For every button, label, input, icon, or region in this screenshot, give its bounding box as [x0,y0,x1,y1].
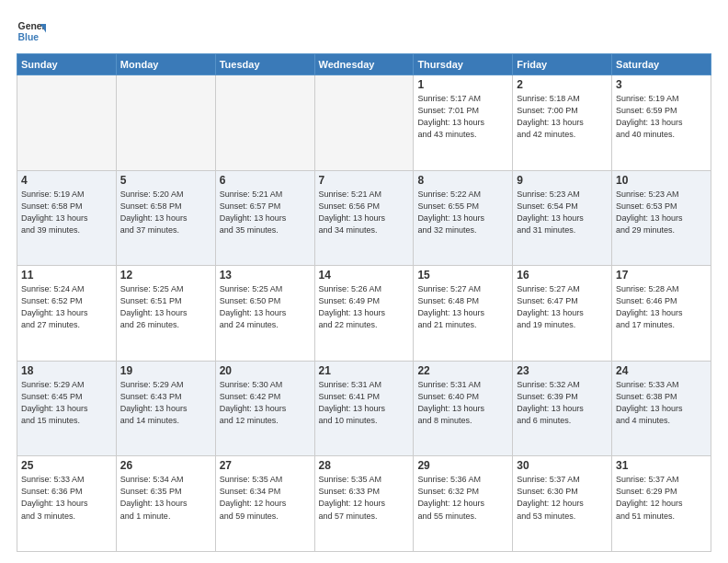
day-info: Sunrise: 5:17 AM Sunset: 7:01 PM Dayligh… [417,93,508,141]
calendar: SundayMondayTuesdayWednesdayThursdayFrid… [17,53,711,552]
day-info: Sunrise: 5:29 AM Sunset: 6:43 PM Dayligh… [120,379,211,427]
day-cell: 24Sunrise: 5:33 AM Sunset: 6:38 PM Dayli… [612,361,711,456]
day-info: Sunrise: 5:20 AM Sunset: 6:58 PM Dayligh… [120,189,211,236]
weekday-header-friday: Friday [513,54,612,75]
day-number: 10 [616,174,707,187]
logo: General Blue [17,17,50,46]
day-cell: 18Sunrise: 5:29 AM Sunset: 6:45 PM Dayli… [17,361,117,456]
day-info: Sunrise: 5:32 AM Sunset: 6:39 PM Dayligh… [517,379,608,427]
day-number: 16 [517,269,608,282]
day-cell: 31Sunrise: 5:37 AM Sunset: 6:29 PM Dayli… [612,456,711,552]
day-number: 19 [120,364,211,377]
day-number: 18 [21,364,112,377]
day-info: Sunrise: 5:30 AM Sunset: 6:42 PM Dayligh… [220,379,311,427]
day-cell [314,75,414,171]
day-info: Sunrise: 5:18 AM Sunset: 7:00 PM Dayligh… [517,93,608,141]
day-number: 24 [616,364,707,377]
day-info: Sunrise: 5:23 AM Sunset: 6:54 PM Dayligh… [517,189,608,236]
day-cell: 11Sunrise: 5:24 AM Sunset: 6:52 PM Dayli… [17,266,117,362]
day-cell [215,75,314,171]
day-cell [116,75,215,171]
day-info: Sunrise: 5:22 AM Sunset: 6:55 PM Dayligh… [417,189,508,236]
day-cell: 23Sunrise: 5:32 AM Sunset: 6:39 PM Dayli… [513,361,612,456]
day-cell: 25Sunrise: 5:33 AM Sunset: 6:36 PM Dayli… [17,456,117,552]
day-number: 25 [21,459,112,472]
day-cell: 22Sunrise: 5:31 AM Sunset: 6:40 PM Dayli… [414,361,513,456]
day-info: Sunrise: 5:34 AM Sunset: 6:35 PM Dayligh… [120,474,211,522]
day-info: Sunrise: 5:31 AM Sunset: 6:41 PM Dayligh… [319,379,410,427]
weekday-header-tuesday: Tuesday [215,54,314,75]
day-cell: 26Sunrise: 5:34 AM Sunset: 6:35 PM Dayli… [116,456,215,552]
day-info: Sunrise: 5:33 AM Sunset: 6:36 PM Dayligh… [21,474,112,522]
day-number: 11 [21,269,112,282]
day-number: 29 [417,459,508,472]
day-cell: 1Sunrise: 5:17 AM Sunset: 7:01 PM Daylig… [414,75,513,171]
day-number: 7 [319,174,410,187]
day-info: Sunrise: 5:19 AM Sunset: 6:59 PM Dayligh… [616,93,707,141]
weekday-header-monday: Monday [116,54,215,75]
day-info: Sunrise: 5:25 AM Sunset: 6:50 PM Dayligh… [220,283,311,331]
weekday-header-thursday: Thursday [414,54,513,75]
weekday-header-sunday: Sunday [17,54,117,75]
day-cell: 7Sunrise: 5:21 AM Sunset: 6:56 PM Daylig… [314,170,414,266]
day-cell: 27Sunrise: 5:35 AM Sunset: 6:34 PM Dayli… [215,456,314,552]
day-number: 26 [120,459,211,472]
day-cell: 5Sunrise: 5:20 AM Sunset: 6:58 PM Daylig… [116,170,215,266]
day-info: Sunrise: 5:24 AM Sunset: 6:52 PM Dayligh… [21,283,112,331]
day-info: Sunrise: 5:19 AM Sunset: 6:58 PM Dayligh… [21,189,112,236]
day-info: Sunrise: 5:29 AM Sunset: 6:45 PM Dayligh… [21,379,112,427]
day-cell: 15Sunrise: 5:27 AM Sunset: 6:48 PM Dayli… [414,266,513,362]
day-cell: 21Sunrise: 5:31 AM Sunset: 6:41 PM Dayli… [314,361,414,456]
day-cell: 12Sunrise: 5:25 AM Sunset: 6:51 PM Dayli… [116,266,215,362]
day-info: Sunrise: 5:37 AM Sunset: 6:29 PM Dayligh… [616,474,707,522]
week-row-1: 1Sunrise: 5:17 AM Sunset: 7:01 PM Daylig… [17,75,711,171]
day-cell: 30Sunrise: 5:37 AM Sunset: 6:30 PM Dayli… [513,456,612,552]
day-number: 14 [319,269,410,282]
day-info: Sunrise: 5:21 AM Sunset: 6:56 PM Dayligh… [319,189,410,236]
day-info: Sunrise: 5:27 AM Sunset: 6:48 PM Dayligh… [417,283,508,331]
day-number: 8 [417,174,508,187]
page: General Blue SundayMondayTuesdayWednesda… [0,0,728,563]
day-cell: 20Sunrise: 5:30 AM Sunset: 6:42 PM Dayli… [215,361,314,456]
day-cell: 2Sunrise: 5:18 AM Sunset: 7:00 PM Daylig… [513,75,612,171]
day-number: 20 [220,364,311,377]
day-info: Sunrise: 5:31 AM Sunset: 6:40 PM Dayligh… [417,379,508,427]
day-cell [17,75,117,171]
day-cell: 19Sunrise: 5:29 AM Sunset: 6:43 PM Dayli… [116,361,215,456]
day-cell: 14Sunrise: 5:26 AM Sunset: 6:49 PM Dayli… [314,266,414,362]
day-number: 6 [220,174,311,187]
day-number: 30 [517,459,608,472]
week-row-5: 25Sunrise: 5:33 AM Sunset: 6:36 PM Dayli… [17,456,711,552]
day-cell: 28Sunrise: 5:35 AM Sunset: 6:33 PM Dayli… [314,456,414,552]
day-number: 15 [417,269,508,282]
day-number: 4 [21,174,112,187]
day-info: Sunrise: 5:26 AM Sunset: 6:49 PM Dayligh… [319,283,410,331]
day-cell: 8Sunrise: 5:22 AM Sunset: 6:55 PM Daylig… [414,170,513,266]
day-info: Sunrise: 5:37 AM Sunset: 6:30 PM Dayligh… [517,474,608,522]
day-number: 12 [120,269,211,282]
day-number: 23 [517,364,608,377]
day-cell: 6Sunrise: 5:21 AM Sunset: 6:57 PM Daylig… [215,170,314,266]
day-cell: 17Sunrise: 5:28 AM Sunset: 6:46 PM Dayli… [612,266,711,362]
day-number: 9 [517,174,608,187]
day-number: 21 [319,364,410,377]
day-info: Sunrise: 5:36 AM Sunset: 6:32 PM Dayligh… [417,474,508,522]
weekday-header-row: SundayMondayTuesdayWednesdayThursdayFrid… [17,54,711,75]
weekday-header-saturday: Saturday [612,54,711,75]
svg-text:Blue: Blue [18,32,40,42]
header: General Blue [17,17,711,46]
day-info: Sunrise: 5:35 AM Sunset: 6:34 PM Dayligh… [220,474,311,522]
week-row-4: 18Sunrise: 5:29 AM Sunset: 6:45 PM Dayli… [17,361,711,456]
day-number: 31 [616,459,707,472]
day-number: 27 [220,459,311,472]
day-info: Sunrise: 5:27 AM Sunset: 6:47 PM Dayligh… [517,283,608,331]
day-cell: 16Sunrise: 5:27 AM Sunset: 6:47 PM Dayli… [513,266,612,362]
week-row-3: 11Sunrise: 5:24 AM Sunset: 6:52 PM Dayli… [17,266,711,362]
day-cell: 3Sunrise: 5:19 AM Sunset: 6:59 PM Daylig… [612,75,711,171]
day-number: 5 [120,174,211,187]
day-info: Sunrise: 5:35 AM Sunset: 6:33 PM Dayligh… [319,474,410,522]
day-info: Sunrise: 5:21 AM Sunset: 6:57 PM Dayligh… [220,189,311,236]
day-cell: 10Sunrise: 5:23 AM Sunset: 6:53 PM Dayli… [612,170,711,266]
day-number: 13 [220,269,311,282]
day-number: 3 [616,78,707,91]
